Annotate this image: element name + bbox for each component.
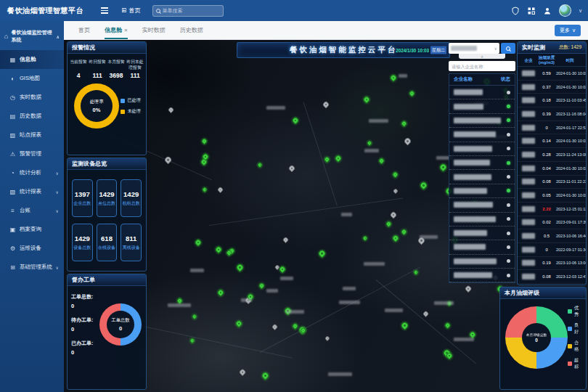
map-pin-gray[interactable]: [163, 155, 172, 164]
map-pin-green[interactable]: [385, 221, 393, 228]
apps-icon[interactable]: [527, 7, 536, 15]
realtime-row[interactable]: 0.592024-01-30 10:03:00: [518, 67, 586, 81]
sidebar-system-header[interactable]: ⌂ 餐饮油烟监控管理系统 ∧: [0, 21, 64, 50]
map-pin-green[interactable]: [334, 154, 343, 163]
realtime-row[interactable]: 0.52023-10-06 16:44:00: [518, 229, 586, 243]
realtime-row[interactable]: 2.222023-12-15 01:11:00: [518, 203, 586, 216]
company-row[interactable]: [449, 114, 515, 128]
realtime-row[interactable]: 0.022023-09-01 17:39:00: [518, 216, 586, 230]
sidebar-item-gis-map[interactable]: ◐GIS地图: [0, 69, 64, 88]
realtime-row[interactable]: 0.192023-10-06 13:04:00: [518, 257, 586, 271]
company-row[interactable]: [449, 269, 515, 282]
map-pin-gray[interactable]: [168, 107, 175, 114]
map-pin-green[interactable]: [202, 187, 208, 193]
map-pin-green[interactable]: [367, 140, 373, 147]
company-row[interactable]: [449, 213, 515, 226]
realtime-row[interactable]: 0.372024-01-30 10:03:00: [518, 81, 586, 94]
realtime-row[interactable]: 0.042024-01-30 10:03:00: [518, 162, 586, 176]
sidebar-item-info-cabin[interactable]: ▦信息舱: [0, 50, 64, 69]
map-pin-green[interactable]: [257, 162, 264, 168]
company-row[interactable]: [449, 156, 515, 170]
map-pin-green[interactable]: [391, 234, 400, 242]
map-pin-green[interactable]: [189, 338, 196, 344]
shield-icon[interactable]: [511, 7, 520, 15]
map-pin-gray[interactable]: [217, 187, 224, 194]
map-pin-green[interactable]: [362, 95, 371, 104]
map-pin-gray[interactable]: [393, 188, 399, 195]
company-name-input[interactable]: [452, 64, 513, 69]
sidebar-item-ledger[interactable]: ≡台账∨: [0, 201, 64, 220]
sidebar-item-stat-analysis[interactable]: ◔统计分析∨: [0, 163, 64, 182]
menu-search[interactable]: [152, 5, 224, 17]
chevron-down-icon[interactable]: ∨: [579, 8, 582, 14]
realtime-row[interactable]: 02022-09-17 01:34:00: [518, 243, 586, 257]
realtime-row[interactable]: 0.182023-11-10 03:45:00: [518, 94, 586, 107]
company-row[interactable]: [449, 128, 515, 142]
tab-history-data[interactable]: 历史数据: [180, 26, 203, 39]
map-pin-gray[interactable]: [282, 237, 290, 244]
company-row[interactable]: [449, 170, 515, 184]
sidebar-item-site-report[interactable]: ▥站点报表: [0, 126, 64, 144]
realtime-row[interactable]: 0.082023-11-01 22:23:00: [518, 176, 586, 189]
sidebar-item-stat-report[interactable]: ▧统计报表∨: [0, 182, 64, 201]
user-icon[interactable]: [543, 7, 552, 15]
realtime-row[interactable]: 0.082023-12-03 12:47:00: [518, 270, 586, 284]
sidebar-item-history-data[interactable]: ▤历史数据: [0, 107, 64, 126]
menu-toggle-icon[interactable]: [101, 7, 108, 14]
menu-search-input[interactable]: [163, 8, 220, 13]
map-pin-green[interactable]: [389, 73, 398, 82]
company-row[interactable]: [449, 240, 515, 254]
map-pin-green[interactable]: [413, 269, 420, 276]
map-pin-green[interactable]: [392, 171, 399, 179]
more-button[interactable]: 更多 ∨: [555, 25, 581, 36]
tab-home[interactable]: 首页: [78, 26, 90, 39]
sidebar-item-base-system[interactable]: ⊞基础管理系统∨: [0, 258, 64, 277]
map-pin-green[interactable]: [192, 314, 198, 320]
map-pin-gray[interactable]: [322, 100, 330, 108]
sidebar-item-device-ops[interactable]: ⚙运维设备: [0, 239, 64, 258]
map-pin-gray[interactable]: [324, 335, 331, 342]
map-pin-gray[interactable]: [464, 285, 472, 293]
company-row[interactable]: [449, 86, 515, 99]
tab-info-cabin[interactable]: 信息舱×: [105, 26, 128, 39]
realtime-row[interactable]: 0.282023-11-24 13:00:00: [518, 148, 586, 162]
map-pin-green[interactable]: [201, 138, 208, 145]
map-pin-green[interactable]: [292, 323, 298, 330]
company-row[interactable]: [449, 142, 515, 156]
map-pin-gray[interactable]: [403, 136, 412, 146]
map-pin-green[interactable]: [317, 249, 326, 258]
map-pin-green[interactable]: [444, 322, 451, 329]
map-pin-green[interactable]: [401, 121, 407, 127]
company-search-button[interactable]: [501, 43, 515, 54]
company-select[interactable]: ∨: [449, 43, 499, 54]
company-name-search[interactable]: [449, 61, 515, 71]
map-pin-green[interactable]: [438, 163, 447, 171]
sidebar-item-archive-search[interactable]: ▣档案查询: [0, 220, 64, 239]
company-row[interactable]: [449, 99, 515, 113]
map-pin-green[interactable]: [234, 319, 242, 327]
map-pin-green[interactable]: [401, 229, 408, 236]
realtime-row[interactable]: 02024-01-17 22:53:00: [518, 121, 586, 135]
map-pin-green[interactable]: [214, 245, 222, 253]
map-pin-green[interactable]: [400, 321, 409, 330]
map-pin-gray[interactable]: [271, 324, 278, 330]
user-avatar[interactable]: [559, 4, 571, 17]
map-pin-green[interactable]: [194, 238, 202, 246]
map-pin-green[interactable]: [235, 263, 245, 272]
map-pin-gray[interactable]: [287, 164, 295, 172]
realtime-row[interactable]: 0.142024-01-30 10:03:00: [518, 134, 586, 148]
company-row[interactable]: [449, 226, 515, 240]
navbar-home-item[interactable]: ⊞ 首页: [121, 7, 141, 15]
map-pin-green[interactable]: [291, 116, 299, 124]
company-row[interactable]: [449, 184, 515, 198]
map-pin-gray[interactable]: [422, 311, 429, 317]
map-pin-green[interactable]: [216, 288, 225, 297]
company-row[interactable]: [449, 198, 515, 212]
map-pin-green[interactable]: [408, 89, 415, 97]
map-pin-green[interactable]: [261, 371, 270, 380]
tab-realtime-data[interactable]: 实时数据: [142, 26, 166, 39]
sidebar-item-realtime-data[interactable]: ◷实时数据: [0, 88, 64, 107]
map-pin-gray[interactable]: [389, 211, 397, 219]
map-pin-green[interactable]: [324, 156, 331, 163]
map-pin-green[interactable]: [419, 181, 428, 189]
